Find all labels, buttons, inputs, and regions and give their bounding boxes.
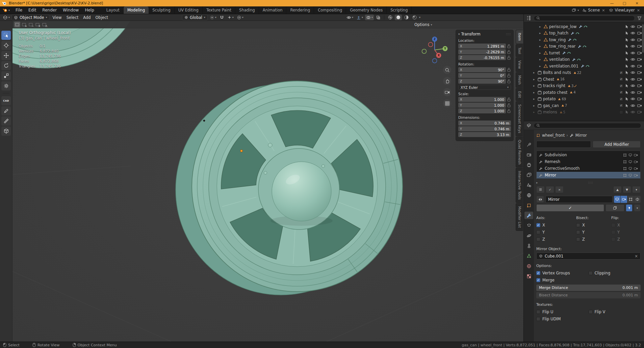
outliner-object-row[interactable]: ▸ tow_ring_rear: [524, 43, 644, 50]
modifier-row[interactable]: CorrectiveSmooth: [537, 165, 640, 172]
viewport-menu-item[interactable]: Object: [93, 15, 110, 20]
mirror-object-field[interactable]: Cube.001 ×: [536, 252, 641, 260]
bisect-checkbox[interactable]: ✓ Y: [576, 229, 611, 236]
tool-move[interactable]: [1, 51, 11, 60]
expand-arrow-icon[interactable]: ▸: [533, 91, 538, 94]
dimensions-field[interactable]: Y 0.746 m: [458, 126, 511, 131]
properties-editor-icon[interactable]: [526, 123, 531, 128]
render-camera-icon[interactable]: [637, 84, 642, 87]
render-toggle-icon[interactable]: [634, 154, 638, 157]
flip-checkbox[interactable]: ✓ Z: [611, 236, 641, 243]
shading-wireframe-button[interactable]: [387, 15, 394, 20]
selectable-pointer-icon[interactable]: [625, 104, 628, 108]
hide-eye-icon[interactable]: [630, 51, 635, 55]
location-field[interactable]: Y -2.2629 m: [458, 49, 506, 54]
hide-eye-icon[interactable]: [630, 31, 635, 35]
expand-arrow-icon[interactable]: ▸: [533, 84, 538, 87]
bisect-checkbox[interactable]: ✓ X: [576, 221, 611, 229]
expand-arrow-icon[interactable]: ▸: [539, 45, 544, 48]
render-camera-icon[interactable]: [637, 104, 642, 107]
tab-material[interactable]: [524, 262, 533, 270]
shading-dropdown-icon[interactable]: ▾: [419, 16, 420, 19]
apply-modifier-button[interactable]: ✓: [536, 204, 604, 212]
render-camera-icon[interactable]: [637, 78, 642, 81]
menu-item[interactable]: Help: [82, 6, 97, 14]
maximize-button[interactable]: ▢: [619, 0, 629, 6]
close-button[interactable]: ×: [632, 0, 642, 6]
hide-eye-icon[interactable]: [630, 104, 635, 107]
tab-world[interactable]: [524, 191, 533, 199]
tab-particles[interactable]: [524, 222, 533, 229]
snap-toggle-button[interactable]: [218, 15, 225, 20]
collection-checkbox[interactable]: ✓: [619, 77, 623, 81]
outliner-search-input[interactable]: [534, 16, 635, 21]
scene-selector[interactable]: Scene ×: [582, 8, 606, 12]
collection-checkbox[interactable]: ✓: [619, 110, 623, 114]
outliner-object-row[interactable]: ▸ ventilation.001: [524, 63, 644, 70]
hide-eye-icon[interactable]: [630, 71, 635, 74]
collection-name[interactable]: Chest: [543, 77, 554, 82]
rotation-field[interactable]: X 90°: [458, 67, 506, 72]
flip-checkbox[interactable]: ✓ X: [611, 221, 641, 229]
tool-add-cube[interactable]: [1, 127, 11, 136]
minimize-button[interactable]: —: [607, 0, 617, 6]
editor-type-button[interactable]: ▾: [2, 15, 11, 20]
select-mode-set-button[interactable]: [14, 22, 20, 27]
workspace-tab[interactable]: Layout: [103, 6, 124, 14]
realtime-toggle-icon[interactable]: [628, 167, 632, 170]
sidebar-tab[interactable]: Interactive Tools: [516, 168, 523, 203]
orientation-dropdown[interactable]: Global ▾: [182, 15, 208, 20]
selectable-pointer-icon[interactable]: [625, 71, 628, 75]
select-mode-intersect-button[interactable]: ∩: [41, 22, 47, 27]
object-name[interactable]: top_hatch: [549, 31, 568, 35]
tool-scale[interactable]: [1, 71, 11, 80]
tab-output[interactable]: [524, 161, 533, 168]
collection-checkbox[interactable]: ✓: [619, 90, 623, 94]
rotation-field[interactable]: Z 90°: [458, 79, 506, 84]
tab-scene[interactable]: [524, 181, 533, 189]
ortho-perspective-button[interactable]: [443, 99, 451, 107]
tool-rotate[interactable]: [1, 61, 11, 70]
collection-checkbox[interactable]: ✓: [619, 71, 623, 75]
render-toggle-icon[interactable]: [634, 167, 638, 170]
outliner-editor-icon[interactable]: [526, 16, 531, 21]
flip-checkbox[interactable]: ✓ Y: [611, 229, 641, 236]
tab-tool[interactable]: [524, 141, 533, 148]
outliner-scrollbar[interactable]: [642, 24, 644, 53]
navigation-gizmo[interactable]: Z Y X: [419, 35, 450, 65]
option-checkbox[interactable]: ✓ Vertex Groups: [536, 269, 589, 276]
filter-funnel-icon[interactable]: [637, 16, 642, 20]
modifier-name-input[interactable]: Mirror: [545, 196, 613, 203]
panel-drag-grip[interactable]: ::::: [506, 33, 511, 36]
select-mode-subtract-button[interactable]: −: [28, 22, 34, 27]
cage-toggle[interactable]: [634, 196, 641, 203]
workspace-tab[interactable]: Geometry Nodes: [346, 6, 387, 14]
sidebar-tab[interactable]: Mesh: [516, 72, 523, 88]
workspace-tab[interactable]: Shading: [235, 6, 259, 14]
selectable-pointer-icon[interactable]: [625, 25, 628, 29]
workspace-tab[interactable]: Modeling: [124, 6, 149, 14]
realtime-toggle-icon[interactable]: [628, 153, 632, 157]
sidebar-tab[interactable]: Screencast Keys: [516, 101, 523, 136]
tab-physics[interactable]: [524, 232, 533, 239]
collection-name[interactable]: gas_can: [543, 103, 559, 108]
editmode-toggle-icon[interactable]: [623, 153, 627, 157]
hide-eye-icon[interactable]: [630, 64, 635, 68]
shading-rendered-button[interactable]: [411, 15, 418, 20]
render-camera-icon[interactable]: [637, 110, 642, 114]
viewport-3d[interactable]: + − × ∩ Options ▾ User Orthographic (Loc…: [12, 21, 523, 342]
zoom-button[interactable]: [443, 66, 451, 74]
expand-arrow-icon[interactable]: ▸: [533, 97, 538, 101]
object-name[interactable]: turret: [549, 51, 560, 55]
breadcrumb-modifier[interactable]: Mirror: [575, 133, 587, 138]
outliner-object-row[interactable]: ▸ top_hatch: [524, 30, 644, 37]
workspace-tab[interactable]: Sculpting: [149, 6, 175, 14]
modifier-row[interactable]: Mirror: [537, 172, 640, 179]
scene-unlink-icon[interactable]: ×: [601, 8, 606, 12]
render-camera-icon[interactable]: [637, 64, 642, 68]
options-dropdown[interactable]: Options ▾: [413, 22, 434, 28]
tool-transform[interactable]: [1, 81, 11, 90]
tool-measure[interactable]: [1, 116, 11, 126]
hide-eye-icon[interactable]: [630, 97, 635, 101]
proportional-editing-button[interactable]: ▾: [236, 15, 244, 20]
